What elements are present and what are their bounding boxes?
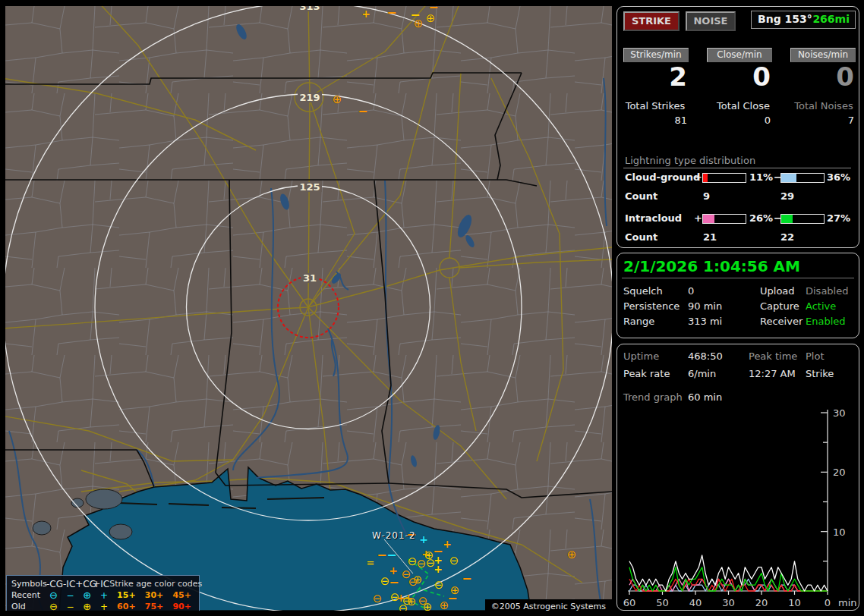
close-per-min-value: 0 — [707, 61, 771, 92]
strike-symbol: ⊕ — [426, 13, 436, 24]
capture-status: Active — [806, 300, 836, 312]
legend-symbol-icon: ⊕ — [79, 601, 96, 611]
cg-neg-count: 29 — [780, 190, 794, 202]
strike-symbol: ⊖ — [449, 555, 459, 567]
legend-age-code: 75+ — [140, 602, 169, 611]
peak-time-label: Peak time — [749, 350, 797, 362]
noise-mode-button[interactable]: NOISE — [686, 11, 736, 31]
legend-age-code: 30+ — [140, 590, 169, 600]
copyright-text: ©2005 Astrogenic Systems — [485, 599, 612, 611]
peak-rate-label: Peak rate — [623, 368, 670, 379]
plus-sign: + — [694, 171, 702, 183]
uptime-label: Uptime — [623, 350, 659, 362]
persistence-value: 90 min — [688, 300, 722, 312]
trend-x-unit-label: min — [838, 597, 857, 608]
ic-neg-bar — [780, 214, 825, 224]
legend-age-code: 90+ — [168, 602, 196, 611]
upload-status: Disabled — [806, 285, 848, 297]
total-close-value: 0 — [707, 115, 771, 126]
session-panel: Uptime 468:50 Peak time Plot Peak rate 6… — [616, 344, 859, 611]
trend-x-tick-label: 20 — [755, 597, 768, 608]
range-value: 313 mi — [688, 316, 722, 327]
strike-symbol: ⊕ — [333, 94, 342, 105]
plus-sign: + — [694, 212, 702, 224]
lightning-map[interactable]: 31321912531 +−−−⊕⊕⊕−⊕−++−−=⊖+⊕−⊖⊖+⊖+⊖+⊕⊖… — [5, 6, 612, 611]
cg-pos-count: 9 — [703, 190, 710, 202]
plot-label: Plot — [806, 350, 825, 362]
ic-pos-pct: 26% — [749, 212, 773, 224]
strike-symbol: ⊕ — [414, 18, 424, 30]
trend-y-tick-label: 10 — [833, 526, 846, 538]
legend-age-code: 15+ — [112, 590, 140, 600]
strike-symbol: ⊖ — [373, 593, 383, 605]
distribution-title: Lightning type distribution — [625, 155, 755, 166]
upload-label: Upload — [760, 285, 795, 297]
ic-neg-pct: 27% — [827, 212, 850, 224]
cloud-ground-label: Cloud-ground — [625, 171, 700, 183]
capture-label: Capture — [760, 300, 799, 312]
cg-neg-bar — [780, 173, 825, 183]
strikes-per-min-badge[interactable]: Strikes/min — [623, 48, 689, 62]
legend-symbol-icon: ⊖ — [45, 589, 61, 601]
range-label: Range — [623, 316, 654, 327]
bearing-distance: 266mi — [812, 13, 850, 25]
strikes-per-min-value: 2 — [623, 61, 687, 92]
persistence-label: Persistence — [623, 300, 680, 312]
cg-pos-pct: 11% — [749, 171, 773, 183]
legend-symbol-icon: + — [96, 590, 112, 601]
storm-cell-label: W-201-2 — [372, 530, 416, 541]
datetime-divider — [622, 278, 854, 278]
strike-symbol: − — [386, 7, 396, 19]
noises-per-min-value: 0 — [790, 61, 854, 92]
intracloud-label: Intracloud — [625, 212, 682, 224]
noises-per-min-badge[interactable]: Noises/min — [790, 48, 856, 62]
strike-symbol: = — [367, 558, 375, 567]
strike-symbol: ⊕ — [567, 549, 577, 561]
trend-y-tick-label: 20 — [833, 467, 846, 478]
legend-col-header: -CG — [46, 579, 63, 589]
strike-symbol: ⊖ — [434, 580, 444, 591]
trend-graph-label: Trend graph — [623, 391, 683, 403]
strike-symbol: ⊖ — [417, 558, 427, 570]
datetime-display: 2/1/2026 1:04:56 AM — [623, 257, 800, 275]
total-close-label: Total Close — [708, 100, 778, 112]
trend-y-tick-label: 30 — [833, 408, 846, 419]
legend-col-header: +IC — [93, 579, 109, 589]
legend-symbol-icon: + — [96, 602, 112, 611]
app-window: 31321912531 +−−−⊕⊕⊕−⊕−++−−=⊖+⊕−⊖⊖+⊖+⊖+⊕⊖… — [0, 0, 864, 616]
trend-x-tick-label: 60 — [623, 597, 636, 608]
trend-window-value: 60 min — [688, 391, 722, 403]
strike-mode-button[interactable]: STRIKE — [623, 11, 680, 31]
distribution-divider — [623, 168, 851, 168]
legend-age-code: 45+ — [168, 590, 196, 600]
ic-neg-count: 22 — [780, 231, 794, 243]
strike-symbol: + — [419, 534, 428, 545]
peak-time-value: 12:27 AM — [749, 368, 796, 379]
strike-symbol: − — [462, 573, 471, 585]
ic-pos-bar — [702, 214, 746, 224]
total-noises-label: Total Noises — [789, 100, 859, 112]
strike-symbol: + — [443, 539, 452, 549]
trend-graph: 1020306050403020100min — [620, 408, 857, 608]
legend-symbols-header: Symbols — [11, 579, 46, 589]
cg-pos-bar — [702, 173, 746, 183]
legend-row-label: Old — [11, 602, 45, 611]
ic-count-label: Count — [625, 231, 657, 243]
cg-neg-pct: 36% — [827, 171, 850, 183]
trend-x-tick-label: 40 — [689, 597, 702, 608]
strike-symbol: ⊕ — [423, 602, 433, 611]
trend-x-tick-label: 0 — [825, 597, 831, 608]
peak-rate-value: 6/min — [688, 368, 716, 379]
legend-col-header: +CG — [75, 579, 93, 589]
close-per-min-badge[interactable]: Close/min — [707, 48, 772, 62]
strike-symbol: − — [389, 577, 399, 589]
trend-x-tick-label: 30 — [722, 597, 735, 608]
bearing-readout: Bng 153° 266mi — [751, 11, 856, 29]
status-panel: 2/1/2026 1:04:56 AM Squelch 0 Upload Dis… — [616, 253, 859, 338]
strike-symbol: ⊖ — [408, 577, 418, 588]
strike-symbol: + — [434, 564, 443, 574]
legend-age-code: 60+ — [112, 602, 140, 611]
strike-symbol: − — [386, 549, 396, 561]
squelch-value: 0 — [688, 285, 694, 297]
legend-symbol-icon: ⊕ — [79, 589, 96, 601]
